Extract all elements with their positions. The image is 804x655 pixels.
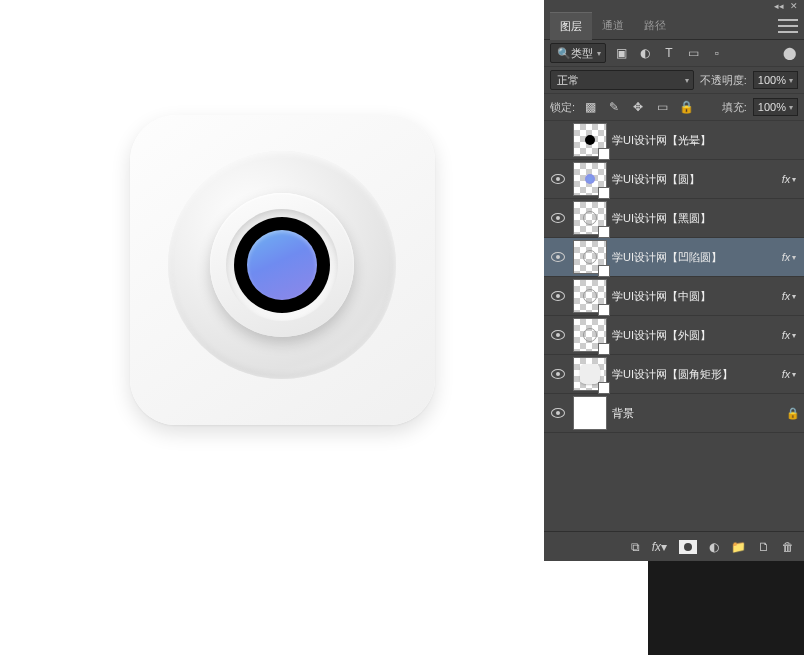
blend-mode-select[interactable]: 正常 ▾ [550,70,694,90]
blend-row: 正常 ▾ 不透明度: 100% ▾ [544,67,804,94]
filter-image-icon[interactable]: ▣ [612,44,630,62]
layer-fx-indicator[interactable]: fx▾ [774,173,804,185]
layer-row[interactable]: 学UI设计网【中圆】fx▾ [544,277,804,316]
panel-tabs: 图层 通道 路径 [544,12,804,40]
opacity-label: 不透明度: [700,73,747,88]
layer-fx-indicator[interactable]: fx▾ [774,368,804,380]
eye-icon [551,408,565,418]
visibility-toggle[interactable] [548,252,568,262]
lock-artboard-icon[interactable]: ▭ [653,98,671,116]
visibility-toggle[interactable] [548,174,568,184]
fx-label: fx [652,540,661,554]
layer-name[interactable]: 学UI设计网【圆】 [612,172,774,187]
layer-fx-indicator[interactable]: fx▾ [774,251,804,263]
eye-icon [551,174,565,184]
layer-name[interactable]: 学UI设计网【外圆】 [612,328,774,343]
eye-icon [551,330,565,340]
layer-name[interactable]: 学UI设计网【中圆】 [612,289,774,304]
adjustment-layer-icon[interactable]: ◐ [709,540,719,554]
collapse-icon[interactable]: ◂◂ [774,1,784,11]
new-layer-icon[interactable]: 🗋 [758,540,770,554]
visibility-toggle[interactable] [548,291,568,301]
chevron-down-icon: ▾ [597,49,601,58]
layer-thumbnail[interactable] [574,241,606,273]
fill-value: 100% [758,101,786,113]
layer-name[interactable]: 学UI设计网【光晕】 [612,133,804,148]
filter-kind-select[interactable]: 🔍 类型 ▾ [550,43,606,63]
panel-topbar: ◂◂ ✕ [544,0,804,12]
layer-row[interactable]: 学UI设计网【光晕】 [544,121,804,160]
vector-mask-thumb [598,265,610,277]
filter-kind-label: 类型 [571,46,593,61]
lock-icon: 🔒 [782,407,804,420]
lock-brush-icon[interactable]: ✎ [605,98,623,116]
chevron-down-icon: ▾ [789,103,793,112]
background-strip [648,561,804,655]
lock-pixels-icon[interactable]: ▩ [581,98,599,116]
visibility-toggle[interactable] [548,369,568,379]
visibility-toggle[interactable] [548,213,568,223]
layer-name[interactable]: 背景 [612,406,782,421]
vector-mask-thumb [598,187,610,199]
panel-menu-icon[interactable] [778,19,798,33]
delete-layer-icon[interactable]: 🗑 [782,540,794,554]
layer-name[interactable]: 学UI设计网【圆角矩形】 [612,367,774,382]
close-icon[interactable]: ✕ [790,1,798,11]
eye-icon [551,213,565,223]
filter-type-icon[interactable]: T [660,44,678,62]
layer-thumbnail[interactable] [574,124,606,156]
opacity-input[interactable]: 100% ▾ [753,71,798,89]
layer-row[interactable]: 学UI设计网【凹陷圆】fx▾ [544,238,804,277]
icon-stage [130,115,440,435]
layers-list: 学UI设计网【光晕】学UI设计网【圆】fx▾学UI设计网【黑圆】学UI设计网【凹… [544,121,804,531]
layer-thumbnail[interactable] [574,280,606,312]
layer-row[interactable]: 学UI设计网【圆】fx▾ [544,160,804,199]
layer-thumbnail[interactable] [574,358,606,390]
lock-label: 锁定: [550,100,575,115]
eye-icon [551,252,565,262]
layer-thumbnail[interactable] [574,319,606,351]
filter-adjust-icon[interactable]: ◐ [636,44,654,62]
opacity-value: 100% [758,74,786,86]
layer-thumbnail[interactable] [574,163,606,195]
layer-row[interactable]: 背景🔒 [544,394,804,433]
blue-lens-shape [247,230,317,300]
layer-row[interactable]: 学UI设计网【外圆】fx▾ [544,316,804,355]
new-group-icon[interactable]: 📁 [731,540,746,554]
chevron-down-icon: ▾ [685,76,689,85]
visibility-toggle[interactable] [548,408,568,418]
layer-thumbnail[interactable] [574,397,606,429]
layer-thumbnail[interactable] [574,202,606,234]
eye-icon [551,291,565,301]
fill-input[interactable]: 100% ▾ [753,98,798,116]
tab-paths[interactable]: 路径 [634,12,676,40]
vector-mask-thumb [598,343,610,355]
visibility-toggle[interactable] [548,330,568,340]
add-mask-icon[interactable] [679,540,697,554]
lock-row: 锁定: ▩ ✎ ✥ ▭ 🔒 填充: 100% ▾ [544,94,804,121]
filter-toggle-icon[interactable]: ⬤ [780,44,798,62]
layer-name[interactable]: 学UI设计网【凹陷圆】 [612,250,774,265]
layer-row[interactable]: 学UI设计网【圆角矩形】fx▾ [544,355,804,394]
canvas-area [0,0,544,655]
chevron-down-icon: ▾ [789,76,793,85]
search-icon: 🔍 [557,47,571,60]
tab-channels[interactable]: 通道 [592,12,634,40]
blend-mode-value: 正常 [557,73,579,88]
layer-row[interactable]: 学UI设计网【黑圆】 [544,199,804,238]
tab-layers[interactable]: 图层 [550,12,592,40]
layer-fx-indicator[interactable]: fx▾ [774,290,804,302]
filter-smart-icon[interactable]: ▫ [708,44,726,62]
link-layers-icon[interactable]: ⧉ [631,540,640,554]
filter-shape-icon[interactable]: ▭ [684,44,702,62]
vector-mask-thumb [598,382,610,394]
vector-mask-thumb [598,304,610,316]
layers-panel: ◂◂ ✕ 图层 通道 路径 🔍 类型 ▾ ▣ ◐ T ▭ ▫ ⬤ 正常 ▾ 不透… [544,0,804,561]
lock-all-icon[interactable]: 🔒 [677,98,695,116]
lock-position-icon[interactable]: ✥ [629,98,647,116]
layer-name[interactable]: 学UI设计网【黑圆】 [612,211,804,226]
fx-menu-icon[interactable]: fx▾ [652,540,667,554]
layer-fx-indicator[interactable]: fx▾ [774,329,804,341]
vector-mask-thumb [598,148,610,160]
filter-row: 🔍 类型 ▾ ▣ ◐ T ▭ ▫ ⬤ [544,40,804,67]
